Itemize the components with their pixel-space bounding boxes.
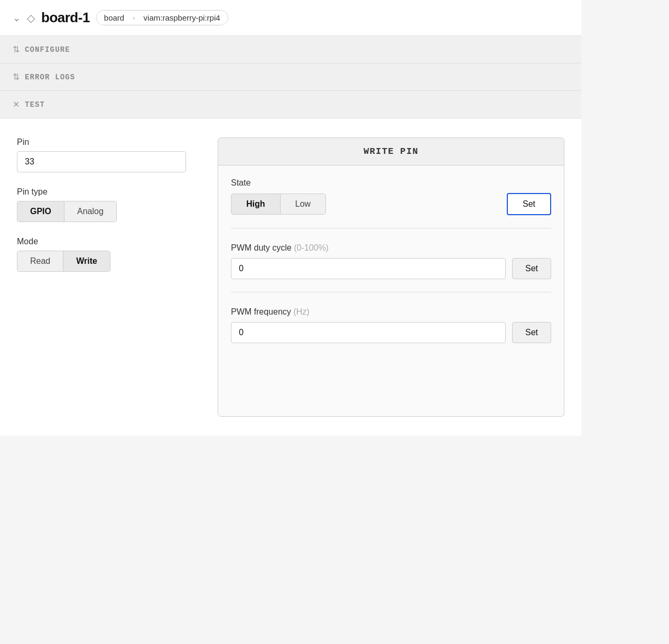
test-label: TEST	[25, 100, 45, 109]
test-section[interactable]: ✕ TEST	[0, 91, 581, 118]
left-panel: Pin Pin type GPIO Analog Mode Read Write	[17, 137, 197, 417]
main-content: Pin Pin type GPIO Analog Mode Read Write…	[0, 118, 581, 436]
mode-write-btn[interactable]: Write	[63, 251, 110, 271]
pwm-duty-label: PWM duty cycle (0-100%)	[231, 243, 551, 253]
pwm-duty-set-btn[interactable]: Set	[512, 258, 551, 279]
pin-input[interactable]	[17, 151, 186, 172]
right-panel: WRITE PIN State High Low Set PWM duty cy…	[218, 137, 564, 417]
pin-type-toggle: GPIO Analog	[17, 201, 117, 222]
breadcrumb-part1: board	[97, 11, 132, 25]
pwm-freq-section: PWM frequency (Hz) Set	[231, 307, 551, 343]
header: ⌄ ◇ board-1 board › viam:raspberry-pi:rp…	[0, 0, 581, 36]
board-title: board-1	[41, 10, 90, 26]
mode-toggle: Read Write	[17, 251, 110, 272]
pwm-freq-input[interactable]	[231, 322, 506, 343]
write-pin-header: WRITE PIN	[218, 138, 564, 165]
pwm-duty-input[interactable]	[231, 258, 506, 279]
state-low-btn[interactable]: Low	[280, 194, 326, 214]
error-logs-label: ERROR LOGS	[25, 73, 75, 81]
test-toggle-icon: ✕	[13, 99, 20, 109]
breadcrumb: board › viam:raspberry-pi:rpi4	[96, 10, 228, 25]
breadcrumb-part2: viam:raspberry-pi:rpi4	[136, 11, 228, 25]
configure-label: CONFIGURE	[25, 45, 70, 54]
pin-type-field-group: Pin type GPIO Analog	[17, 187, 197, 222]
pin-type-gpio-btn[interactable]: GPIO	[17, 201, 64, 222]
state-set-btn[interactable]: Set	[507, 193, 551, 215]
mode-field-group: Mode Read Write	[17, 237, 197, 272]
pin-type-analog-btn[interactable]: Analog	[64, 201, 116, 222]
error-logs-toggle-icon: ⇅	[13, 72, 20, 82]
mode-label: Mode	[17, 237, 197, 246]
state-section: State High Low Set	[231, 178, 551, 228]
pwm-freq-label: PWM frequency (Hz)	[231, 307, 551, 317]
state-high-btn[interactable]: High	[231, 194, 280, 214]
pwm-duty-section: PWM duty cycle (0-100%) Set	[231, 243, 551, 292]
error-logs-section[interactable]: ⇅ ERROR LOGS	[0, 63, 581, 91]
board-icon: ◇	[27, 12, 35, 24]
state-label: State	[231, 178, 551, 188]
state-row: High Low Set	[231, 193, 551, 215]
pin-type-label: Pin type	[17, 187, 197, 197]
state-toggle: High Low	[231, 194, 326, 215]
pin-label: Pin	[17, 137, 197, 147]
mode-read-btn[interactable]: Read	[17, 251, 63, 271]
pwm-freq-set-btn[interactable]: Set	[512, 322, 551, 343]
configure-toggle-icon: ⇅	[13, 44, 20, 54]
collapse-icon[interactable]: ⌄	[13, 12, 21, 24]
pwm-freq-row: Set	[231, 322, 551, 343]
pwm-duty-row: Set	[231, 258, 551, 279]
breadcrumb-separator: ›	[132, 11, 136, 24]
pin-field-group: Pin	[17, 137, 197, 172]
configure-section[interactable]: ⇅ CONFIGURE	[0, 36, 581, 63]
write-pin-body: State High Low Set PWM duty cycle (0-100…	[218, 165, 564, 356]
